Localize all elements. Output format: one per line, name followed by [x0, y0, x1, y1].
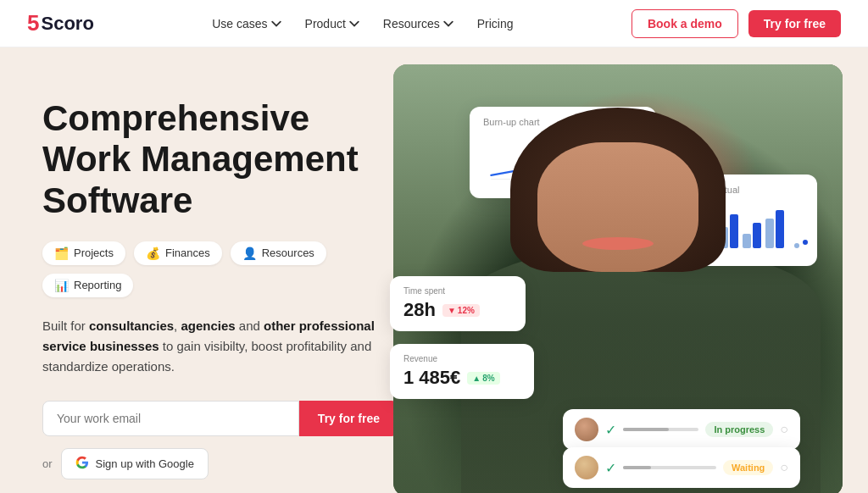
tag-reporting[interactable]: 📊 Reporting: [42, 274, 133, 297]
finances-icon: 💰: [146, 246, 160, 260]
time-change-badge: ▼ 12%: [442, 304, 480, 317]
try-free-button[interactable]: Try for free: [299, 401, 398, 436]
progress-bar-1: [623, 428, 698, 431]
hero-title: Comprehensive Work Management Software: [42, 98, 398, 221]
feature-tags: 🗂️ Projects 💰 Finances 👤 Resources 📊 Rep…: [42, 241, 398, 297]
svg-rect-7: [730, 214, 738, 248]
chevron-down-icon: [443, 19, 453, 29]
progress-fill-1: [623, 428, 669, 431]
check-icon-2: ✓: [605, 460, 616, 476]
revenue-label: Revenue: [403, 354, 520, 363]
or-divider: or Sign up with Google: [42, 448, 398, 479]
avatar-1: [575, 418, 598, 441]
tag-resources[interactable]: 👤 Resources: [231, 241, 326, 265]
status-row-1: ✓ In progress ○: [575, 418, 788, 441]
time-spent-value: 28h ▼ 12%: [403, 299, 512, 321]
nav-product[interactable]: Product: [305, 17, 359, 30]
circle-check-icon-1: ○: [780, 422, 788, 437]
nav-links: Use cases Product Resources Pricing: [212, 17, 513, 30]
revenue-card: Revenue 1 485€ ▲ 8%: [390, 344, 534, 399]
email-form: Try for free: [42, 401, 398, 436]
svg-point-12: [803, 240, 808, 245]
chevron-down-icon: [349, 19, 359, 29]
try-free-nav-button[interactable]: Try for free: [748, 10, 841, 37]
logo[interactable]: 5Scoro: [27, 10, 94, 36]
nav-resources[interactable]: Resources: [383, 17, 453, 30]
avatar-2: [575, 456, 598, 479]
navbar: 5Scoro Use cases Product Resources Prici…: [0, 0, 868, 47]
status-card-inprogress: ✓ In progress ○: [563, 409, 800, 450]
svg-rect-10: [765, 219, 774, 248]
projects-icon: 🗂️: [54, 246, 69, 260]
time-spent-label: Time spent: [403, 286, 512, 296]
svg-rect-9: [753, 223, 761, 248]
svg-point-13: [794, 243, 799, 248]
nav-pricing[interactable]: Pricing: [477, 17, 514, 30]
google-icon: [75, 456, 89, 472]
progress-bar-2: [623, 466, 716, 469]
resources-icon: 👤: [242, 246, 257, 260]
status-card-waiting: ✓ Waiting ○: [563, 447, 800, 488]
time-spent-card: Time spent 28h ▼ 12%: [390, 276, 526, 331]
google-signup-button[interactable]: Sign up with Google: [61, 448, 209, 479]
check-icon-1: ✓: [605, 422, 616, 438]
svg-rect-8: [743, 234, 751, 248]
revenue-change-badge: ▲ 8%: [467, 372, 499, 385]
progress-fill-2: [623, 466, 651, 469]
revenue-value: 1 485€ ▲ 8%: [403, 367, 520, 389]
tag-finances[interactable]: 💰 Finances: [134, 241, 222, 265]
logo-icon: 5: [27, 10, 39, 36]
hero-left: Comprehensive Work Management Software 🗂…: [42, 90, 398, 493]
circle-check-icon-2: ○: [780, 460, 788, 475]
hero-right: Burn-up chart Quoted vs actual: [398, 90, 826, 493]
book-demo-button[interactable]: Book a demo: [632, 9, 738, 38]
hero-section: Comprehensive Work Management Software 🗂…: [0, 47, 868, 493]
tag-projects[interactable]: 🗂️ Projects: [42, 241, 125, 265]
status-row-2: ✓ Waiting ○: [575, 456, 788, 479]
nav-use-cases[interactable]: Use cases: [212, 17, 281, 30]
nav-actions: Book a demo Try for free: [632, 9, 841, 38]
chevron-down-icon: [271, 19, 281, 29]
hero-description: Built for consultancies, agencies and ot…: [42, 316, 398, 377]
svg-rect-11: [776, 210, 784, 248]
email-input[interactable]: [42, 401, 299, 436]
status-badge-inprogress: In progress: [705, 422, 773, 437]
reporting-icon: 📊: [54, 279, 69, 292]
status-badge-waiting: Waiting: [723, 460, 773, 475]
